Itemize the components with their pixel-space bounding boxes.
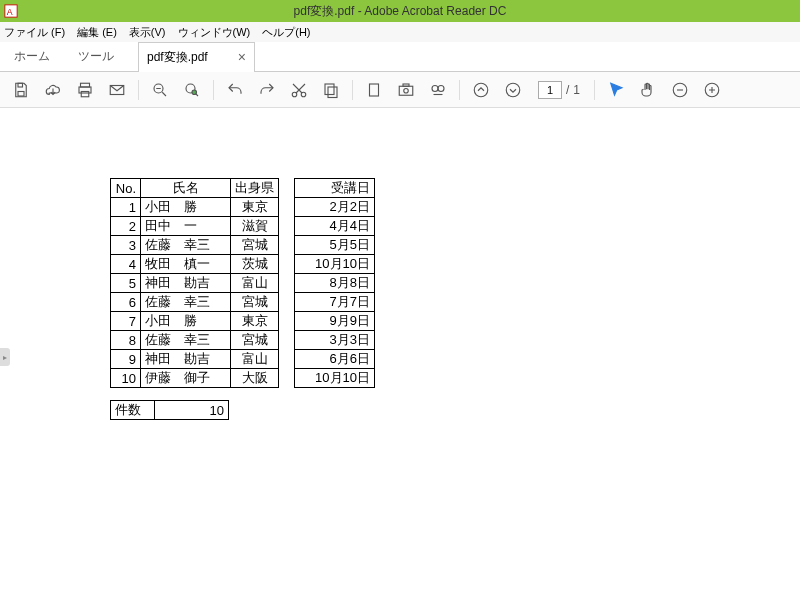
toolbar: / 1 — [0, 72, 800, 108]
tab-tools[interactable]: ツール — [64, 42, 128, 71]
svg-text:A: A — [7, 7, 13, 17]
zoom-out-button-icon[interactable] — [667, 77, 693, 103]
table-row: 10伊藤 御子大阪10月10日 — [111, 369, 375, 388]
cell-name: 田中 一 — [141, 217, 231, 236]
page-up-icon[interactable] — [468, 77, 494, 103]
cell-pref: 東京 — [231, 198, 279, 217]
svg-point-10 — [192, 90, 197, 95]
left-panel-handle[interactable] — [0, 348, 10, 366]
find-icon[interactable] — [425, 77, 451, 103]
cloud-icon[interactable] — [40, 77, 66, 103]
separator — [459, 80, 460, 100]
snapshot-icon[interactable] — [393, 77, 419, 103]
table-row: 3佐藤 幸三宮城5月5日 — [111, 236, 375, 255]
menu-help[interactable]: ヘルプ(H) — [262, 25, 310, 40]
svg-rect-2 — [18, 83, 23, 87]
cell-spacer — [279, 236, 295, 255]
col-no: No. — [111, 179, 141, 198]
cell-spacer — [279, 369, 295, 388]
page-fit-icon[interactable] — [361, 77, 387, 103]
cell-pref: 宮城 — [231, 293, 279, 312]
zoom-check-icon[interactable] — [179, 77, 205, 103]
cell-name: 小田 勝 — [141, 198, 231, 217]
svg-point-17 — [404, 88, 409, 93]
cell-date: 7月7日 — [295, 293, 375, 312]
pointer-icon[interactable] — [603, 77, 629, 103]
menu-file[interactable]: ファイル (F) — [4, 25, 65, 40]
cell-spacer — [279, 198, 295, 217]
data-table: No. 氏名 出身県 受講日 1小田 勝東京2月2日2田中 一滋賀4月4日3佐藤… — [110, 178, 375, 388]
menubar: ファイル (F) 編集 (E) 表示(V) ウィンドウ(W) ヘルプ(H) — [0, 22, 800, 42]
cell-spacer — [279, 274, 295, 293]
cell-name: 伊藤 御子 — [141, 369, 231, 388]
cell-date: 9月9日 — [295, 312, 375, 331]
count-table: 件数 10 — [110, 400, 229, 420]
hand-icon[interactable] — [635, 77, 661, 103]
cell-pref: 宮城 — [231, 331, 279, 350]
menu-view[interactable]: 表示(V) — [129, 25, 166, 40]
table-row: 4牧田 槙一茨城10月10日 — [111, 255, 375, 274]
cell-no: 2 — [111, 217, 141, 236]
cell-no: 5 — [111, 274, 141, 293]
svg-point-22 — [506, 83, 520, 97]
svg-point-20 — [438, 85, 444, 91]
svg-rect-14 — [328, 87, 337, 98]
window-title: pdf変換.pdf - Adobe Acrobat Reader DC — [294, 3, 507, 20]
table-header-row: No. 氏名 出身県 受講日 — [111, 179, 375, 198]
cell-spacer — [279, 350, 295, 369]
menu-edit[interactable]: 編集 (E) — [77, 25, 117, 40]
menu-window[interactable]: ウィンドウ(W) — [178, 25, 251, 40]
table-row: 8佐藤 幸三宮城3月3日 — [111, 331, 375, 350]
cell-no: 7 — [111, 312, 141, 331]
cell-name: 佐藤 幸三 — [141, 293, 231, 312]
col-spacer — [279, 179, 295, 198]
zoom-in-button-icon[interactable] — [699, 77, 725, 103]
table-row: 6佐藤 幸三宮城7月7日 — [111, 293, 375, 312]
undo-icon[interactable] — [222, 77, 248, 103]
save-icon[interactable] — [8, 77, 34, 103]
separator — [138, 80, 139, 100]
svg-point-21 — [474, 83, 488, 97]
page-down-icon[interactable] — [500, 77, 526, 103]
col-date: 受講日 — [295, 179, 375, 198]
zoom-out-icon[interactable] — [147, 77, 173, 103]
svg-rect-16 — [399, 86, 413, 95]
app-icon: A — [4, 4, 18, 18]
close-icon[interactable]: × — [238, 49, 246, 65]
mail-icon[interactable] — [104, 77, 130, 103]
separator — [213, 80, 214, 100]
cell-date: 3月3日 — [295, 331, 375, 350]
redo-icon[interactable] — [254, 77, 280, 103]
cell-pref: 滋賀 — [231, 217, 279, 236]
table-row: 2田中 一滋賀4月4日 — [111, 217, 375, 236]
page-total: 1 — [573, 83, 580, 97]
cut-icon[interactable] — [286, 77, 312, 103]
cell-date: 2月2日 — [295, 198, 375, 217]
svg-point-19 — [432, 85, 438, 91]
svg-rect-13 — [325, 84, 334, 95]
cell-pref: 富山 — [231, 350, 279, 369]
page-indicator: / 1 — [538, 81, 580, 99]
table-row: 5神田 勘吉富山8月8日 — [111, 274, 375, 293]
separator — [352, 80, 353, 100]
cell-no: 9 — [111, 350, 141, 369]
cell-name: 小田 勝 — [141, 312, 231, 331]
separator — [594, 80, 595, 100]
document-viewer[interactable]: No. 氏名 出身県 受講日 1小田 勝東京2月2日2田中 一滋賀4月4日3佐藤… — [0, 108, 800, 600]
cell-spacer — [279, 331, 295, 350]
cell-pref: 富山 — [231, 274, 279, 293]
tab-document[interactable]: pdf変換.pdf × — [138, 42, 255, 72]
print-icon[interactable] — [72, 77, 98, 103]
cell-spacer — [279, 217, 295, 236]
count-label: 件数 — [111, 401, 155, 420]
page-current-input[interactable] — [538, 81, 562, 99]
svg-rect-3 — [18, 91, 24, 96]
cell-pref: 茨城 — [231, 255, 279, 274]
copy-icon[interactable] — [318, 77, 344, 103]
svg-rect-18 — [403, 84, 409, 86]
svg-rect-15 — [370, 84, 379, 96]
cell-no: 10 — [111, 369, 141, 388]
page-sep: / — [566, 83, 569, 97]
tab-home[interactable]: ホーム — [0, 42, 64, 71]
window-titlebar: A pdf変換.pdf - Adobe Acrobat Reader DC — [0, 0, 800, 22]
